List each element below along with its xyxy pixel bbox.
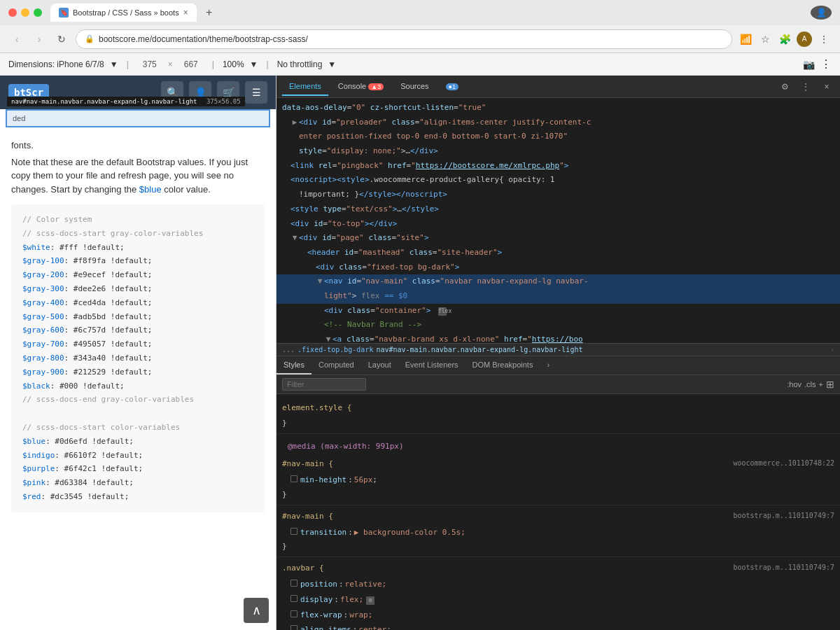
css-source-3[interactable]: bootstrap.m..110110749:7: [734, 561, 835, 575]
filter-right-controls: :hov .cls + ⊞: [787, 379, 834, 390]
flex-grid-icon[interactable]: ⊞: [366, 596, 374, 605]
css-media-text: @media (max-width: 991px): [282, 438, 410, 455]
responsive-more-icon[interactable]: ⋮: [820, 57, 832, 71]
dom-line-16[interactable]: <!-- Navbar Brand -->: [276, 318, 840, 332]
zoom-dropdown[interactable]: ▼: [250, 59, 258, 69]
dom-line-13-selected[interactable]: ▼<nav id="nav-main" class="navbar navbar…: [276, 274, 840, 289]
prop-checkbox-display[interactable]: [290, 595, 298, 602]
dom-line-10[interactable]: ▼<div id="page" class="site">: [276, 231, 840, 246]
devtools-close-button[interactable]: ×: [819, 79, 834, 94]
css-val-align[interactable]: center;: [358, 623, 391, 630]
css-media-query: @media (max-width: 991px): [276, 437, 840, 456]
more-tools-button[interactable]: ⋮: [798, 79, 813, 94]
dom-line-3[interactable]: enter position-fixed top-0 end-0 bottom-…: [276, 130, 840, 144]
dom-tree[interactable]: data-aos-delay="0" cz-shortcut-listen="t…: [276, 98, 840, 343]
cls-button[interactable]: .cls: [804, 380, 816, 388]
address-bar[interactable]: 🔒 bootscore.me/documentation/theme/boots…: [76, 29, 732, 49]
tab-elements[interactable]: Elements: [282, 78, 328, 96]
active-tab[interactable]: 🔖 Bootstrap / CSS / Sass » boots ×: [50, 4, 197, 22]
browser-viewport: btScr 🔍 👤 🛒 ☰ nav#nav-main.navbar.navbar…: [0, 76, 276, 630]
breadcrumb-more[interactable]: ›: [830, 346, 834, 354]
code-gray400: $gray-400: #ced4da !default;: [22, 296, 253, 310]
star-icon[interactable]: ☆: [757, 31, 773, 47]
profile-avatar[interactable]: A: [797, 31, 812, 47]
css-colon-5: :: [344, 608, 349, 622]
element-tooltip: nav#nav-main.navbar.navbar-expand-lg.nav…: [7, 97, 245, 106]
prop-checkbox-min-height[interactable]: [290, 475, 298, 482]
code-comment-3: // scss-docs-end gray-color-variables: [22, 393, 253, 407]
dom-line-12[interactable]: <div class="fixed-top bg-dark">: [276, 260, 840, 275]
title-bar: 🔖 Bootstrap / CSS / Sass » boots × + 👤: [0, 0, 840, 25]
hov-button[interactable]: :hov: [787, 380, 802, 388]
height-input[interactable]: [178, 59, 204, 69]
reload-button[interactable]: ↻: [53, 31, 70, 48]
css-source-2[interactable]: bootstrap.m..110110749:7: [734, 510, 835, 524]
dom-line-15[interactable]: <div class="container"> flex: [276, 304, 840, 318]
menu-button[interactable]: ⋮: [816, 31, 832, 47]
dom-line-14[interactable]: light"> flex == $0: [276, 289, 840, 304]
scroll-to-top-button[interactable]: ∧: [244, 598, 269, 623]
new-style-rule-button[interactable]: ⊞: [826, 379, 834, 390]
element-highlight-box: nav#nav-main.navbar.navbar-expand-lg.nav…: [6, 109, 270, 127]
device-dropdown-icon[interactable]: ▼: [110, 59, 118, 69]
tab-close-button[interactable]: ×: [183, 8, 188, 18]
tab-more[interactable]: ›: [540, 356, 556, 374]
dom-line-17[interactable]: ▼<a class="navbar-brand xs d-xl-none" hr…: [276, 332, 840, 343]
css-val-position[interactable]: relative;: [345, 578, 387, 592]
minimize-button[interactable]: [21, 8, 29, 17]
dom-line-1[interactable]: data-aos-delay="0" cz-shortcut-listen="t…: [276, 101, 840, 115]
tab-computed[interactable]: Computed: [312, 356, 361, 374]
css-val-flex-wrap[interactable]: wrap;: [349, 608, 372, 622]
add-rule-button[interactable]: +: [819, 380, 823, 388]
close-button[interactable]: [8, 8, 17, 17]
css-semi-1: ;: [372, 473, 377, 487]
maximize-button[interactable]: [34, 8, 42, 17]
dom-line-4[interactable]: style="display: none;">…</div>: [276, 144, 840, 159]
tab-event-listeners[interactable]: Event Listeners: [398, 356, 465, 374]
breadcrumb-nav-main[interactable]: nav#nav-main.navbar.navbar-expand-lg.nav…: [376, 346, 582, 354]
css-source-1[interactable]: woocommerce..10110748:22: [734, 457, 835, 471]
tab-console[interactable]: Console ▲3: [331, 78, 391, 96]
tab-styles[interactable]: Styles: [276, 356, 312, 374]
extensions-icon[interactable]: 🧩: [777, 31, 792, 47]
dom-line-6[interactable]: <noscript><style>.woocommerce-product-ga…: [276, 173, 840, 188]
dim-separator: |: [127, 59, 129, 69]
tab-dom-breakpoints[interactable]: DOM Breakpoints: [465, 356, 540, 374]
dom-line-7[interactable]: !important; }</style></noscript>: [276, 188, 840, 202]
dom-line-5[interactable]: <link rel="pingback" href="https://boots…: [276, 159, 840, 174]
profile-icon[interactable]: 👤: [811, 6, 832, 20]
prop-checkbox-position[interactable]: [290, 580, 298, 587]
dom-line-2[interactable]: ▶<div id="preloader" class="align-items-…: [276, 115, 840, 130]
tab-sources[interactable]: Sources: [393, 78, 435, 96]
prop-checkbox-transition[interactable]: [290, 528, 298, 535]
blue-text-highlight: $blue: [139, 184, 162, 195]
settings-button[interactable]: ⚙: [777, 79, 792, 94]
forward-button[interactable]: ›: [31, 31, 48, 48]
css-val-min-height[interactable]: 56px: [354, 473, 373, 487]
prop-checkbox-align[interactable]: [290, 625, 298, 630]
css-rule-element-style: element.style { }: [276, 397, 840, 434]
tab-layout[interactable]: Layout: [361, 356, 398, 374]
prop-checkbox-flex-wrap[interactable]: [290, 610, 298, 617]
dim-separator2: |: [212, 59, 214, 69]
dom-line-11[interactable]: <header id="masthead" class="site-header…: [276, 246, 840, 260]
filter-input[interactable]: [282, 378, 366, 391]
site-menu-button[interactable]: ☰: [245, 81, 267, 104]
new-tab-button[interactable]: +: [201, 4, 218, 21]
breadcrumb-fixed-top[interactable]: .fixed-top.bg-dark: [298, 346, 373, 354]
css-val-display[interactable]: flex;: [340, 593, 363, 607]
tab-favicon: 🔖: [59, 8, 69, 18]
dom-line-8[interactable]: <style type="text/css">…</style>: [276, 202, 840, 217]
throttle-dropdown[interactable]: ▼: [328, 59, 336, 69]
camera-icon[interactable]: 📷: [803, 59, 815, 70]
tab-network[interactable]: ●1: [439, 78, 465, 96]
devtools-toolbar: Elements Console ▲3 Sources ●1 ⚙ ⋮ ×: [276, 76, 840, 98]
console-badge: ▲3: [368, 83, 384, 90]
width-input[interactable]: [137, 59, 162, 69]
back-button[interactable]: ‹: [8, 31, 25, 48]
site-content: btScr 🔍 👤 🛒 ☰ nav#nav-main.navbar.navbar…: [0, 76, 276, 630]
css-val-transition[interactable]: ▶ background-color 0.5s;: [354, 526, 465, 540]
cast-icon[interactable]: 📶: [738, 31, 753, 47]
dom-line-9[interactable]: <div id="to-top"></div>: [276, 217, 840, 232]
css-close-brace-3: }: [276, 540, 840, 554]
